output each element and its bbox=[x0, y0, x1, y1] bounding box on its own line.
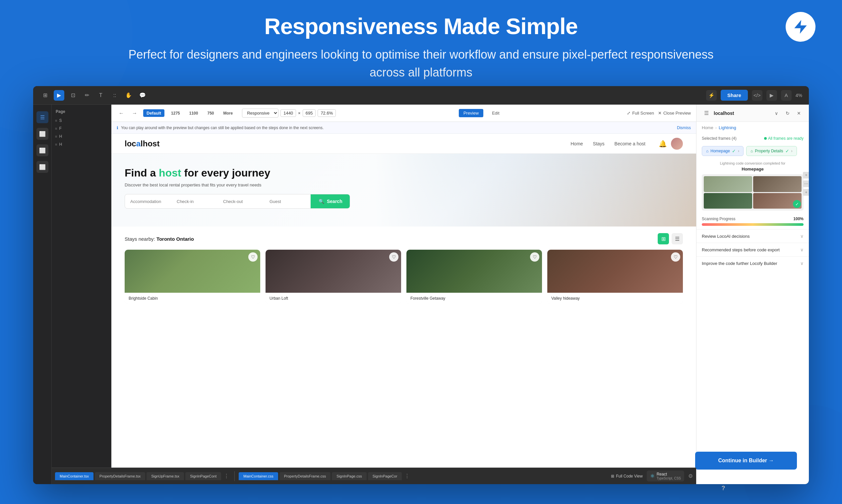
layer-icon-3: ≡ bbox=[55, 134, 57, 139]
heart-btn-1[interactable]: ♡ bbox=[248, 252, 258, 262]
property-img-3: ♡ bbox=[407, 250, 542, 293]
plugin-settings-btn[interactable]: ✕ bbox=[794, 109, 804, 118]
hand-tool[interactable]: ✋ bbox=[123, 90, 134, 101]
code-settings-btn[interactable]: ⚙ bbox=[688, 473, 693, 479]
play-btn[interactable]: ▶ bbox=[767, 90, 777, 101]
size-1100-btn[interactable]: 1100 bbox=[187, 110, 201, 116]
list-view-btn[interactable]: ☰ bbox=[672, 233, 683, 245]
move-tool[interactable]: ▶ bbox=[54, 90, 64, 101]
nav-forward-btn[interactable]: → bbox=[130, 109, 139, 118]
close-icon: ✕ bbox=[658, 111, 661, 115]
signin-page-tab[interactable]: SignInPageCont bbox=[185, 472, 221, 480]
more-right-tabs-btn[interactable]: ⋮ bbox=[403, 473, 411, 479]
breadcrumb-home[interactable]: Home bbox=[702, 125, 714, 130]
accordion-review-header[interactable]: Review LocoAI decisions ∨ bbox=[697, 230, 809, 243]
plugin-menu-btn[interactable]: ☰ bbox=[702, 109, 711, 118]
frame-tool[interactable]: ⊡ bbox=[68, 90, 78, 101]
close-preview-btn[interactable]: ✕ Close Preview bbox=[658, 111, 691, 115]
heart-btn-2[interactable]: ♡ bbox=[389, 252, 398, 262]
accordion-steps-header[interactable]: Recommended steps before code export ∨ bbox=[697, 243, 809, 256]
expand-mid-btn[interactable]: ⋯ bbox=[803, 180, 809, 187]
width-input[interactable]: 1440 bbox=[280, 109, 296, 117]
accommodation-field[interactable] bbox=[125, 194, 171, 208]
homepage-tab[interactable]: ⌂ Homepage ✓ › bbox=[702, 146, 743, 156]
comment-tool[interactable]: 💬 bbox=[137, 90, 148, 101]
property-card-2: ♡ Urban Loft bbox=[265, 250, 401, 304]
nav-stays[interactable]: Stays bbox=[593, 141, 605, 146]
code-btn[interactable]: </> bbox=[752, 90, 762, 101]
expand-down-btn[interactable]: + bbox=[803, 189, 809, 196]
nav-become-host[interactable]: Become a host bbox=[615, 141, 646, 146]
signup-css-tab[interactable]: SignInPage.css bbox=[332, 472, 366, 480]
size-750-btn[interactable]: 750 bbox=[205, 110, 217, 116]
layer-item-2[interactable]: ≡ F bbox=[52, 125, 111, 132]
property-details-frame-tab[interactable]: PropertyDetailsFrame.tsx bbox=[95, 472, 145, 480]
pen-tool[interactable]: ✏ bbox=[82, 90, 92, 101]
search-bar: 🔍 Search bbox=[125, 194, 350, 209]
plugin-refresh-btn[interactable]: ↻ bbox=[783, 109, 792, 118]
more-tabs-btn[interactable]: ⋮ bbox=[222, 473, 230, 479]
property-details-frame-label: PropertyDetailsFrame.tsx bbox=[100, 474, 140, 478]
accordion-steps-title: Recommended steps before code export bbox=[702, 247, 780, 252]
site-logo: localhost bbox=[125, 139, 159, 148]
layers-tool[interactable]: ⊞ bbox=[40, 90, 50, 101]
checkin-field[interactable] bbox=[171, 194, 218, 208]
continue-btn[interactable]: Continue in Builder → bbox=[695, 452, 797, 470]
heart-btn-4[interactable]: ♡ bbox=[671, 252, 680, 262]
default-size-btn[interactable]: Default bbox=[143, 109, 165, 117]
panel-spacer bbox=[697, 270, 809, 456]
height-input[interactable]: 695 bbox=[303, 109, 316, 117]
sidebar-desktop-btn[interactable]: ⬜ bbox=[36, 128, 48, 140]
signin-css-tab[interactable]: SignInPageCor bbox=[368, 472, 402, 480]
breadcrumb: Home › Lightning bbox=[697, 122, 809, 133]
grid-tool[interactable]: :: bbox=[109, 90, 120, 101]
layer-label-4: H bbox=[59, 142, 62, 147]
notification-icon[interactable]: 🔔 bbox=[659, 140, 667, 148]
size-1275-btn[interactable]: 1275 bbox=[168, 110, 183, 116]
signup-frame-tab[interactable]: SignUpFrame.tsx bbox=[147, 472, 184, 480]
fullscreen-btn[interactable]: ⤢ Full Screen bbox=[627, 111, 654, 115]
nav-back-btn[interactable]: ← bbox=[117, 109, 126, 118]
breadcrumb-lightning[interactable]: Lightning bbox=[719, 125, 736, 130]
full-code-view-btn[interactable]: ⊞ Full Code View bbox=[611, 474, 642, 479]
expand-up-btn[interactable]: + bbox=[803, 172, 809, 179]
main-container-css-tab[interactable]: MainContainer.css bbox=[239, 472, 278, 480]
responsive-dropdown[interactable]: Responsive bbox=[242, 109, 278, 118]
sidebar-tablet-btn[interactable]: ⬜ bbox=[36, 144, 48, 156]
checkout-field[interactable] bbox=[218, 194, 264, 208]
zoom-input[interactable]: 72.6% bbox=[317, 109, 336, 117]
lightning-menu-btn[interactable]: ⚡ bbox=[706, 90, 717, 101]
left-sidebar: ☰ ⬜ ⬜ ⬜ bbox=[33, 105, 52, 484]
frames-ready-label: All frames are ready bbox=[768, 136, 804, 141]
full-code-icon: ⊞ bbox=[611, 474, 614, 479]
guest-field[interactable] bbox=[264, 194, 311, 208]
preview-mode-btn[interactable]: Preview bbox=[459, 109, 483, 117]
user-avatar[interactable] bbox=[671, 138, 683, 150]
heart-btn-3[interactable]: ♡ bbox=[530, 252, 539, 262]
property-details-tab[interactable]: ⌂ Property Details ✓ › bbox=[746, 146, 797, 156]
edit-mode-btn[interactable]: Edit bbox=[487, 109, 504, 117]
size-num-750: 750 bbox=[207, 111, 214, 115]
dismiss-btn[interactable]: Dismiss bbox=[677, 126, 691, 130]
grid-view-btn[interactable]: ⊞ bbox=[658, 233, 669, 245]
share-button[interactable]: Share bbox=[721, 90, 748, 101]
nav-home[interactable]: Home bbox=[570, 141, 583, 146]
conversion-label: Lightning code conversion completed for bbox=[702, 161, 804, 165]
logo-highlight: a bbox=[136, 139, 140, 148]
main-container-tab[interactable]: MainContainer.tsx bbox=[55, 472, 93, 480]
stays-actions: ⊞ ☰ bbox=[658, 233, 683, 245]
thumb-1 bbox=[704, 176, 752, 192]
size-more-btn[interactable]: More bbox=[221, 110, 236, 116]
plugin-dropdown-btn[interactable]: ∨ bbox=[772, 109, 781, 118]
search-btn[interactable]: 🔍 Search bbox=[311, 194, 350, 208]
accordion-review-chevron: ∨ bbox=[800, 233, 804, 239]
layer-item-4[interactable]: ≡ H bbox=[52, 140, 111, 148]
prototype-btn[interactable]: A bbox=[781, 90, 792, 101]
accordion-improve-header[interactable]: Improve the code further Locofy Builder … bbox=[697, 257, 809, 270]
layer-item-3[interactable]: ≡ H bbox=[52, 132, 111, 140]
property-details-css-tab[interactable]: PropertyDetailsFrame.css bbox=[279, 472, 331, 480]
sidebar-layers-btn[interactable]: ☰ bbox=[36, 111, 48, 123]
sidebar-mobile-btn[interactable]: ⬜ bbox=[36, 161, 48, 173]
layer-item-1[interactable]: ≡ S bbox=[52, 116, 111, 125]
text-tool[interactable]: T bbox=[96, 90, 106, 101]
